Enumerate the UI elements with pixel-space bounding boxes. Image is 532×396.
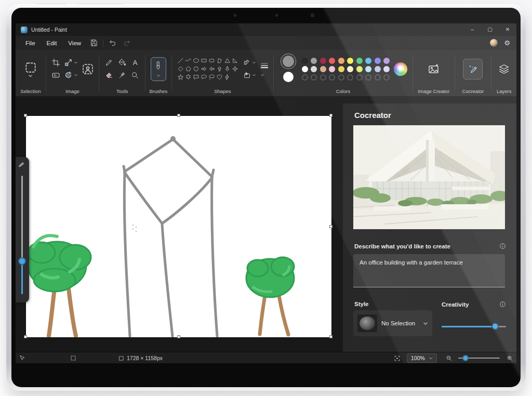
palette-swatch[interactable] — [311, 66, 317, 72]
edit-colors-wheel-icon[interactable] — [394, 62, 407, 76]
zoom-out-button[interactable] — [446, 352, 453, 363]
palette-swatch[interactable] — [329, 66, 335, 72]
star-6-shape-icon[interactable] — [185, 74, 192, 81]
remove-background-icon[interactable] — [82, 63, 94, 75]
color2-swatch[interactable] — [283, 72, 294, 82]
star-4-shape-icon[interactable] — [232, 65, 238, 72]
layers-section[interactable]: Layers — [491, 50, 516, 96]
chevron-down-icon[interactable] — [28, 74, 33, 77]
chevron-down-icon[interactable] — [252, 74, 256, 76]
palette-swatch[interactable] — [356, 66, 363, 72]
menu-edit[interactable]: Edit — [41, 40, 63, 46]
color1-swatch[interactable] — [283, 56, 294, 67]
shape-fill-icon[interactable] — [243, 71, 251, 79]
lightning-shape-icon[interactable] — [224, 74, 231, 81]
copilot-icon[interactable] — [490, 39, 498, 47]
image-creator-icon[interactable] — [428, 63, 440, 75]
palette-empty-slot[interactable] — [365, 74, 371, 81]
line-shape-icon[interactable] — [177, 57, 184, 64]
chevron-down-icon[interactable] — [260, 74, 264, 76]
menu-view[interactable]: View — [62, 40, 87, 46]
style-dropdown[interactable]: No Selection — [353, 310, 432, 336]
palette-swatch[interactable] — [347, 66, 353, 72]
settings-gear-icon[interactable]: ⚙ — [504, 39, 510, 47]
pentagon-shape-icon[interactable] — [185, 65, 192, 72]
speech-cloud-shape-icon[interactable] — [208, 74, 215, 81]
palette-swatch[interactable] — [383, 66, 390, 72]
palette-swatch[interactable] — [356, 58, 363, 64]
arrow-down-shape-icon[interactable] — [224, 65, 231, 72]
palette-swatch[interactable] — [338, 66, 344, 72]
chevron-down-icon[interactable] — [74, 61, 78, 64]
shape-outline-icon[interactable] — [243, 59, 251, 67]
arrow-left-shape-icon[interactable] — [208, 65, 215, 72]
palette-empty-slot[interactable] — [356, 74, 363, 81]
palette-swatch[interactable] — [329, 58, 335, 64]
palette-empty-slot[interactable] — [320, 74, 326, 81]
curve-shape-icon[interactable] — [185, 57, 192, 64]
palette-swatch[interactable] — [383, 58, 390, 64]
palette-swatch[interactable] — [365, 66, 371, 72]
palette-swatch[interactable] — [338, 58, 344, 64]
rotate-icon[interactable] — [64, 71, 73, 80]
menu-file[interactable]: File — [20, 40, 41, 46]
palette-swatch[interactable] — [302, 58, 308, 64]
selection-handle[interactable] — [329, 335, 332, 338]
zoom-slider-thumb[interactable] — [462, 355, 469, 361]
palette-empty-slot[interactable] — [375, 74, 381, 81]
rectangle-shape-icon[interactable] — [201, 57, 207, 64]
creativity-slider-thumb[interactable] — [491, 323, 499, 330]
prompt-textarea[interactable]: An office building with a garden terrace — [353, 254, 505, 287]
zoom-in-button[interactable] — [507, 352, 513, 363]
selection-handle[interactable] — [177, 114, 180, 117]
hexagon-shape-icon[interactable] — [193, 65, 200, 72]
fill-bucket-icon[interactable] — [118, 58, 126, 67]
rounded-rectangle-shape-icon[interactable] — [208, 57, 215, 64]
palette-empty-slot[interactable] — [329, 74, 335, 81]
eyedropper-icon[interactable] — [118, 71, 126, 80]
stroke-width-icon[interactable] — [260, 62, 269, 69]
palette-swatch[interactable] — [302, 66, 308, 72]
right-triangle-shape-icon[interactable] — [232, 57, 238, 64]
selection-section[interactable]: Selection — [16, 50, 46, 96]
palette-swatch[interactable] — [365, 58, 371, 64]
brush-selector[interactable] — [151, 57, 166, 81]
palette-empty-slot[interactable] — [338, 74, 344, 81]
resize-icon[interactable] — [64, 58, 73, 67]
palette-empty-slot[interactable] — [311, 74, 317, 81]
marquee-icon[interactable] — [51, 71, 60, 80]
palette-swatch[interactable] — [320, 58, 326, 64]
palette-swatch[interactable] — [347, 58, 353, 64]
speech-rounded-shape-icon[interactable] — [193, 74, 200, 81]
diamond-shape-icon[interactable] — [177, 65, 184, 72]
save-button[interactable] — [87, 39, 100, 47]
speech-oval-shape-icon[interactable] — [201, 74, 207, 81]
heart-shape-icon[interactable] — [216, 74, 223, 81]
selection-handle[interactable] — [24, 114, 27, 117]
arrow-up-shape-icon[interactable] — [216, 65, 223, 72]
text-tool-icon[interactable]: A — [133, 59, 138, 67]
selection-handle[interactable] — [329, 225, 332, 228]
palette-swatch[interactable] — [311, 58, 317, 64]
magnifier-icon[interactable] — [131, 71, 139, 80]
pen-slider-track[interactable] — [21, 176, 23, 294]
brushes-section[interactable]: Brushes — [145, 50, 171, 96]
image-creator-section[interactable]: Image Creator — [413, 50, 455, 96]
pencil-icon[interactable] — [105, 58, 113, 67]
minimize-button[interactable]: – — [463, 23, 481, 36]
eraser-icon[interactable] — [105, 71, 113, 80]
maximize-button[interactable]: ▢ — [481, 23, 499, 36]
triangle-shape-icon[interactable] — [224, 57, 231, 64]
selection-icon[interactable] — [24, 61, 37, 74]
creativity-slider-track[interactable] — [442, 326, 506, 327]
palette-swatch[interactable] — [375, 58, 381, 64]
zoom-level-dropdown[interactable]: 100% — [407, 353, 437, 363]
palette-swatch[interactable] — [375, 66, 381, 72]
undo-button[interactable] — [106, 39, 119, 47]
palette-empty-slot[interactable] — [347, 74, 353, 81]
cocreator-selected-box[interactable] — [463, 59, 483, 80]
chevron-down-icon[interactable] — [252, 61, 256, 64]
close-button[interactable]: ✕ — [499, 23, 516, 36]
redo-button[interactable] — [119, 39, 133, 47]
chevron-down-icon[interactable] — [74, 74, 78, 76]
